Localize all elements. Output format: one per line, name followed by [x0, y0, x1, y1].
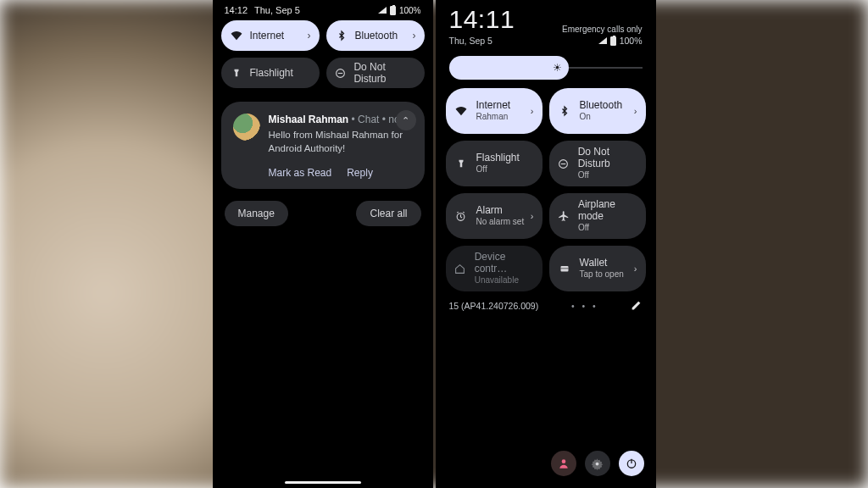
tile-internet[interactable]: InternetRahman› — [446, 88, 542, 134]
tile-sub: Off — [476, 164, 520, 175]
chevron-up-icon: ⌃ — [402, 115, 409, 126]
tile-sub: Off — [578, 170, 637, 180]
alarm-icon — [454, 211, 468, 222]
svg-point-7 — [561, 459, 565, 463]
sender-name: Mishaal Rahman — [269, 114, 349, 125]
collapse-button[interactable]: ⌃ — [396, 110, 416, 130]
tile-alarm[interactable]: AlarmNo alarm set› — [446, 193, 542, 239]
signal-icon — [598, 37, 607, 44]
emergency-label: Emergency calls only — [562, 25, 642, 34]
tile-sub: No alarm set — [476, 217, 525, 227]
build-number: 15 (AP41.240726.009) — [449, 301, 539, 311]
tile-wallet[interactable]: WalletTap to open› — [549, 246, 646, 291]
wifi-icon — [230, 30, 243, 42]
manage-button[interactable]: Manage — [225, 201, 288, 226]
tile-label: Wallet — [580, 258, 624, 269]
avatar — [233, 114, 260, 141]
bluetooth-icon — [558, 105, 571, 117]
wallet-icon — [558, 263, 571, 274]
qs-dnd[interactable]: Do Not Disturb — [326, 58, 425, 88]
clock-row: 14:11 Emergency calls only — [436, 0, 656, 34]
tile-bluetooth[interactable]: BluetoothOn› — [549, 88, 646, 134]
tile-airplane[interactable]: Airplane modeOff — [549, 193, 646, 239]
chevron-right-icon: › — [634, 106, 637, 116]
lock-date: Thu, Sep 5 — [449, 36, 492, 46]
notif-message: Hello from Mishaal Rahman for Android Au… — [269, 129, 413, 155]
brightness-icon: ☀ — [553, 62, 562, 74]
tile-label: Bluetooth — [580, 100, 623, 112]
bluetooth-icon — [335, 30, 348, 42]
brightness-track — [567, 67, 643, 69]
battery-icon — [610, 36, 616, 46]
qs-dnd-label: Do Not Disturb — [353, 61, 415, 85]
qs-internet-label: Internet — [250, 30, 285, 42]
power-icon — [626, 458, 637, 469]
tile-label: Flashlight — [476, 152, 520, 164]
signal-icon — [378, 7, 387, 14]
tile-sub: Off — [578, 223, 637, 233]
build-row: 15 (AP41.240726.009) • • • — [436, 291, 656, 311]
qs-tile-grid: InternetRahman›BluetoothOn›FlashlightOff… — [436, 88, 656, 291]
flash-icon — [454, 158, 468, 169]
chevron-right-icon: › — [634, 263, 637, 274]
shade-footer: Manage Clear all — [213, 196, 433, 231]
notif-actions: Mark as Read Reply — [233, 167, 413, 179]
mark-read-action[interactable]: Mark as Read — [269, 167, 332, 179]
tile-label: Internet — [476, 100, 511, 112]
status-bar: 14:12 Thu, Sep 5 100% — [213, 0, 433, 17]
lock-clock: 14:11 — [449, 5, 515, 34]
tile-sub: Unavailable — [475, 275, 534, 286]
clear-all-button[interactable]: Clear all — [356, 201, 420, 226]
tile-dnd[interactable]: Do Not DisturbOff — [549, 141, 646, 186]
chevron-right-icon: › — [308, 30, 311, 42]
qs-internet[interactable]: Internet › — [221, 20, 320, 51]
clock-sub-row: Thu, Sep 5 100% — [436, 34, 656, 53]
qs-row-2: Flashlight Do Not Disturb — [213, 54, 433, 92]
tile-devicecontrols[interactable]: Device contr…Unavailable — [446, 246, 542, 291]
qs-flashlight-label: Flashlight — [250, 67, 293, 79]
reply-action[interactable]: Reply — [347, 167, 373, 179]
chevron-right-icon: › — [531, 211, 534, 221]
chevron-right-icon: › — [531, 106, 534, 116]
qs-row-1: Internet › Bluetooth › — [213, 17, 433, 54]
notification-header: Mishaal Rahman • Chat • now Hello from M… — [233, 114, 413, 155]
tile-sub: On — [580, 112, 623, 122]
brightness-fill: ☀ — [449, 56, 569, 80]
qs-bluetooth[interactable]: Bluetooth › — [326, 20, 425, 51]
status-time: 14:12 — [225, 5, 248, 15]
pencil-icon — [631, 300, 642, 311]
home-icon — [454, 263, 466, 274]
notification-card[interactable]: ⌃ Mishaal Rahman • Chat • now Hello from… — [221, 102, 425, 189]
tile-sub: Rahman — [476, 112, 511, 122]
bottom-buttons — [551, 451, 644, 476]
status-date: Thu, Sep 5 — [254, 5, 300, 15]
airplane-icon — [558, 210, 570, 222]
dnd-icon — [558, 158, 570, 169]
battery-pct: 100% — [620, 36, 643, 46]
power-button[interactable] — [619, 451, 644, 476]
phone-left: 14:12 Thu, Sep 5 100% Internet › — [213, 0, 433, 488]
edit-tiles-button[interactable] — [631, 300, 642, 311]
settings-button[interactable] — [585, 451, 610, 476]
phone-right: 14:11 Emergency calls only Thu, Sep 5 10… — [436, 0, 656, 488]
gear-icon — [591, 458, 604, 470]
sender-line: Mishaal Rahman • Chat • now — [269, 114, 413, 125]
tile-label: Alarm — [476, 205, 525, 217]
qs-bluetooth-label: Bluetooth — [355, 30, 398, 42]
tile-flashlight[interactable]: FlashlightOff — [446, 141, 542, 186]
wifi-icon — [454, 105, 468, 117]
dnd-icon — [335, 68, 348, 79]
qs-flashlight[interactable]: Flashlight — [221, 58, 320, 88]
dual-phone-container: 14:12 Thu, Sep 5 100% Internet › — [213, 0, 656, 488]
brightness-slider[interactable]: ☀ — [436, 53, 656, 88]
user-icon — [558, 458, 570, 469]
tile-label: Airplane mode — [578, 199, 637, 223]
battery-pct: 100% — [399, 6, 421, 15]
svg-rect-6 — [560, 268, 568, 269]
tile-label: Do Not Disturb — [578, 147, 637, 170]
user-switch-button[interactable] — [551, 451, 576, 476]
page-dots[interactable]: • • • — [571, 301, 598, 311]
tile-sub: Tap to open — [580, 269, 624, 280]
flashlight-icon — [230, 67, 243, 79]
home-indicator[interactable] — [285, 481, 361, 484]
